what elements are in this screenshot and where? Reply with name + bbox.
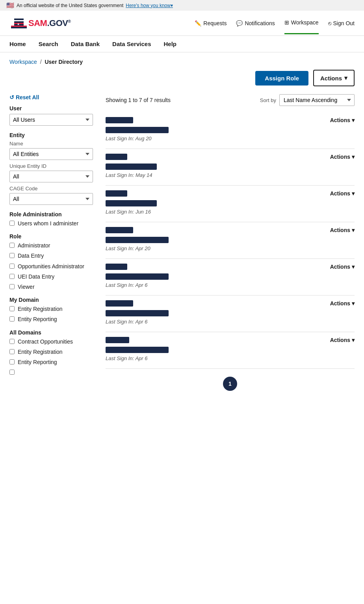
gov-banner: 🇺🇸 An official website of the United Sta… (0, 0, 364, 11)
nav-signout[interactable]: ⎋ Sign Out (328, 20, 355, 26)
entity-filter-label: Entity (9, 132, 93, 138)
how-you-know-link[interactable]: Here's how you know▾ (126, 3, 173, 8)
primary-nav-home[interactable]: Home (9, 36, 26, 52)
user-card-1-actions-label: Actions (330, 117, 350, 123)
user-card-5-last-sign: Last Sign In: Apr 6 (106, 282, 330, 288)
entity-cage-select[interactable]: All (9, 193, 93, 205)
my-domain-label: My Domain (9, 297, 93, 303)
pagination-page-1[interactable]: 1 (223, 377, 237, 391)
nav-workspace[interactable]: ⊞ Workspace (284, 19, 319, 27)
nav-notifications[interactable]: 💬 Notifications (236, 20, 275, 26)
user-card-1-actions[interactable]: Actions ▾ (330, 117, 355, 123)
user-card-2-name-block: Last Sign In: May 14 (106, 154, 330, 178)
user-card-3-actions-chevron-icon: ▾ (352, 190, 355, 197)
role-opp-admin-label[interactable]: Opportunities Administrator (9, 263, 93, 270)
user-card-4-actions[interactable]: Actions ▾ (330, 227, 355, 233)
assign-role-button[interactable]: Assign Role (255, 71, 308, 85)
breadcrumb-workspace-link[interactable]: Workspace (9, 59, 37, 65)
all-domains-entity-reg-checkbox[interactable] (9, 349, 15, 354)
users-i-administer-checkbox[interactable] (9, 221, 15, 226)
user-card-5-actions[interactable]: Actions ▾ (330, 264, 355, 270)
role-opp-admin-checkbox[interactable] (9, 264, 15, 269)
actions-dropdown-button[interactable]: Actions ▾ (313, 70, 355, 86)
primary-nav-search[interactable]: Search (39, 36, 58, 52)
users-i-administer-text: Users whom I administer (18, 220, 78, 227)
all-domains-entity-reg-label[interactable]: Entity Registration (9, 348, 93, 355)
workspace-active-underline (284, 33, 319, 34)
primary-nav-help[interactable]: Help (164, 36, 177, 52)
my-domain-entity-rep-label[interactable]: Entity Reporting (9, 316, 93, 323)
breadcrumb-current: User Directory (45, 59, 83, 65)
my-domain-entity-reg-label[interactable]: Entity Registration (9, 305, 93, 312)
role-data-entry-label[interactable]: Data Entry (9, 252, 93, 259)
user-card-5: Last Sign In: Apr 6 Actions ▾ (106, 259, 355, 295)
user-card-3-last-sign: Last Sign In: Jun 16 (106, 209, 330, 215)
role-administrator-label[interactable]: Administrator (9, 242, 93, 249)
nav-requests[interactable]: ✏️ Requests (195, 20, 227, 26)
all-domains-contract-opp-label[interactable]: Contract Opportunities (9, 338, 93, 345)
my-domain-entity-rep-checkbox[interactable] (9, 316, 15, 322)
user-card-3-name-bar (106, 190, 127, 197)
primary-nav-databank[interactable]: Data Bank (71, 36, 100, 52)
user-card-3-actions-label: Actions (330, 190, 350, 197)
role-filter-label: Role (9, 233, 93, 240)
primary-nav-dataservices[interactable]: Data Services (112, 36, 151, 52)
role-data-entry-checkbox[interactable] (9, 253, 15, 258)
pagination: 1 (106, 377, 355, 391)
user-card-1-name-bar2 (106, 127, 169, 133)
user-card-2-actions[interactable]: Actions ▾ (330, 154, 355, 160)
my-domain-entity-reg-checkbox[interactable] (9, 306, 15, 311)
user-card-7-actions[interactable]: Actions ▾ (330, 337, 355, 343)
user-card-5-name-block: Last Sign In: Apr 6 (106, 264, 330, 288)
role-uei-data-entry-label[interactable]: UEI Data Entry (9, 273, 93, 280)
entity-name-select[interactable]: All Entities (9, 148, 93, 160)
all-domains-entity-rep-checkbox[interactable] (9, 359, 15, 364)
users-i-administer-checkbox-label[interactable]: Users whom I administer (9, 220, 93, 227)
user-card-1-header: Last Sign In: Aug 20 Actions ▾ (106, 117, 355, 141)
user-card-2: Last Sign In: May 14 Actions ▾ (106, 149, 355, 186)
user-card-3: Last Sign In: Jun 16 Actions ▾ (106, 186, 355, 222)
user-card-5-header: Last Sign In: Apr 6 Actions ▾ (106, 264, 355, 288)
all-domains-entity-reg-text: Entity Registration (18, 348, 63, 355)
user-card-7-actions-label: Actions (330, 337, 350, 343)
role-uei-data-entry-checkbox[interactable] (9, 274, 15, 279)
role-viewer-checkbox[interactable] (9, 284, 15, 289)
role-opp-admin-text: Opportunities Administrator (18, 263, 84, 270)
user-card-3-actions[interactable]: Actions ▾ (330, 190, 355, 197)
reset-all-button[interactable]: ↺ Reset All (9, 94, 93, 100)
role-data-entry-text: Data Entry (18, 252, 44, 259)
role-uei-data-entry-text: UEI Data Entry (18, 273, 54, 280)
user-card-6-actions[interactable]: Actions ▾ (330, 300, 355, 307)
all-domains-contract-opp-text: Contract Opportunities (18, 338, 73, 345)
user-card-3-header: Last Sign In: Jun 16 Actions ▾ (106, 190, 355, 215)
nav-requests-label: Requests (203, 20, 227, 26)
user-card-5-actions-label: Actions (330, 264, 350, 270)
user-filter-label: User (9, 105, 93, 112)
user-card-4: Last Sign In: Apr 20 Actions ▾ (106, 222, 355, 259)
sort-label: Sort by (260, 97, 276, 103)
role-admin-label: Role Administration (9, 211, 93, 217)
role-administrator-checkbox[interactable] (9, 243, 15, 248)
user-card-4-header: Last Sign In: Apr 20 Actions ▾ (106, 227, 355, 251)
user-filter-select[interactable]: All Users (9, 114, 93, 126)
entity-uei-sublabel: Unique Entity ID (9, 163, 93, 169)
all-domains-entity-rep-label[interactable]: Entity Reporting (9, 359, 93, 366)
workspace-icon: ⊞ (284, 19, 289, 26)
signout-icon: ⎋ (328, 20, 331, 26)
sort-area: Sort by Last Name Ascending Last Name De… (260, 94, 355, 106)
user-card-4-name-block: Last Sign In: Apr 20 (106, 227, 330, 251)
all-domains-more-label[interactable] (9, 369, 93, 375)
user-card-1-name-block: Last Sign In: Aug 20 (106, 117, 330, 141)
role-admin-filter-section: Role Administration Users whom I adminis… (9, 211, 93, 227)
role-viewer-label[interactable]: Viewer (9, 283, 93, 290)
sort-select[interactable]: Last Name Ascending Last Name Descending… (279, 94, 355, 106)
user-card-2-header: Last Sign In: May 14 Actions ▾ (106, 154, 355, 178)
all-domains-contract-opp-checkbox[interactable] (9, 339, 15, 344)
all-domains-entity-rep-text: Entity Reporting (18, 359, 57, 366)
nav-signout-label: Sign Out (333, 20, 355, 26)
user-card-2-name-bar2 (106, 164, 157, 170)
logo[interactable]: ★ SAM.GOV® (9, 15, 71, 32)
results-area: Showing 1 to 7 of 7 results Sort by Last… (99, 94, 355, 391)
entity-uei-select[interactable]: All (9, 171, 93, 182)
all-domains-more-checkbox[interactable] (9, 370, 15, 375)
